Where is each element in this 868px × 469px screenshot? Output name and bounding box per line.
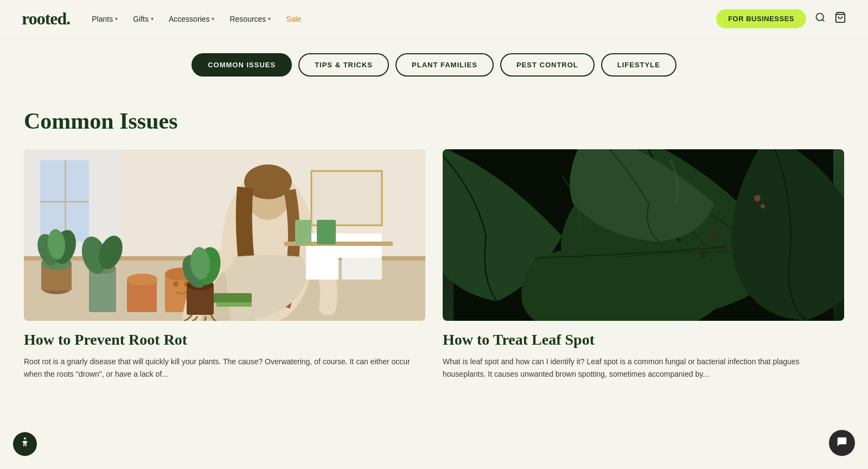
header: rooted. Plants ▾ Gifts ▾ Accessories ▾ R… (0, 0, 868, 38)
svg-point-21 (127, 274, 157, 286)
svg-rect-7 (40, 201, 89, 202)
tab-plant-families[interactable]: PLANT FAMILIES (395, 53, 494, 77)
article-card-2[interactable]: How to Treat Leaf Spot What is leaf spot… (443, 149, 844, 381)
svg-point-44 (710, 232, 718, 240)
main-nav: Plants ▾ Gifts ▾ Accessories ▾ Resources… (92, 15, 301, 23)
svg-point-0 (816, 14, 824, 21)
article-title-2: How to Treat Leaf Spot (443, 331, 844, 349)
search-button[interactable] (815, 12, 826, 26)
cart-button[interactable] (834, 11, 846, 26)
svg-rect-37 (342, 258, 382, 280)
svg-rect-41 (214, 293, 252, 303)
chevron-down-icon: ▾ (212, 16, 214, 22)
chat-icon (836, 436, 848, 451)
chevron-down-icon: ▾ (151, 16, 154, 22)
article-excerpt-1: Root rot is a gnarly disease that will q… (24, 356, 425, 382)
for-businesses-button[interactable]: FOR BUSINESSES (716, 9, 806, 28)
svg-point-24 (173, 281, 178, 287)
svg-point-47 (754, 195, 761, 201)
svg-point-48 (761, 204, 765, 208)
tab-tips-tricks[interactable]: TIPS & TRICKS (298, 53, 389, 77)
tabs-bar: COMMON ISSUES TIPS & TRICKS PLANT FAMILI… (0, 38, 868, 92)
accessibility-icon (19, 436, 31, 452)
svg-point-46 (700, 252, 706, 258)
svg-rect-34 (311, 171, 382, 225)
svg-point-45 (722, 244, 727, 250)
article-image-1 (24, 149, 425, 321)
search-icon (815, 12, 826, 26)
svg-rect-39 (295, 220, 311, 244)
header-left: rooted. Plants ▾ Gifts ▾ Accessories ▾ R… (22, 9, 301, 29)
nav-gifts[interactable]: Gifts ▾ (133, 15, 154, 23)
tab-pest-control[interactable]: PEST CONTROL (500, 53, 595, 77)
section-title: Common Issues (24, 108, 844, 134)
nav-sale[interactable]: Sale (286, 15, 301, 23)
svg-rect-16 (89, 269, 116, 312)
svg-line-1 (822, 20, 825, 22)
logo[interactable]: rooted. (22, 9, 70, 29)
tab-common-issues[interactable]: COMMON ISSUES (192, 53, 292, 77)
article-excerpt-2: What is leaf spot and how can I identify… (443, 356, 844, 382)
chat-button[interactable] (829, 430, 855, 456)
articles-grid: How to Prevent Root Rot Root rot is a gn… (24, 149, 844, 381)
accessibility-button[interactable] (13, 432, 37, 456)
nav-plants[interactable]: Plants ▾ (92, 15, 118, 23)
nav-accessories[interactable]: Accessories ▾ (169, 15, 214, 23)
svg-rect-36 (306, 258, 339, 280)
chevron-down-icon: ▾ (268, 16, 271, 22)
main-content: Common Issues (0, 92, 868, 414)
article-image-2 (443, 149, 844, 321)
svg-rect-42 (216, 302, 252, 307)
svg-point-49 (24, 438, 26, 440)
nav-resources[interactable]: Resources ▾ (229, 15, 271, 23)
header-right: FOR BUSINESSES (716, 9, 846, 28)
article-card-1[interactable]: How to Prevent Root Rot Root rot is a gn… (24, 149, 425, 381)
cart-icon (834, 11, 846, 26)
chevron-down-icon: ▾ (115, 16, 118, 22)
article-title-1: How to Prevent Root Rot (24, 331, 425, 349)
tab-lifestyle[interactable]: LIFESTYLE (601, 53, 676, 77)
svg-rect-40 (317, 220, 336, 244)
